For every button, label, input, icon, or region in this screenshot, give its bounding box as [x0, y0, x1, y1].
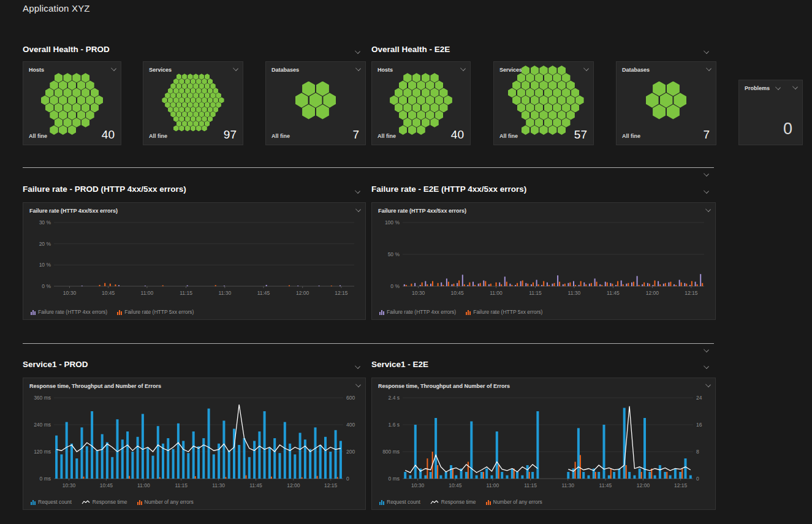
section-divider — [23, 343, 714, 344]
chevron-down-icon[interactable] — [775, 85, 781, 90]
failure-rate-e2e-chart-tile[interactable]: Failure rate (HTTP 4xx/5xx errors) 100 %… — [371, 202, 716, 320]
hexagon-health-indicator — [435, 110, 444, 120]
failure-rate-prod-chart-tile[interactable]: Failure rate (HTTP 4xx/5xx errors) 30 %2… — [23, 202, 366, 320]
svg-text:0 ms: 0 ms — [40, 476, 51, 482]
svg-text:11:30: 11:30 — [568, 290, 581, 296]
hexagon-health-indicator — [182, 102, 188, 108]
hexagon-health-indicator — [553, 118, 561, 127]
svg-text:10:45: 10:45 — [450, 290, 464, 296]
dashboard-title: Application XYZ — [23, 3, 90, 13]
chevron-down-icon[interactable] — [354, 48, 361, 54]
chart-legend: Request countResponse timeNumber of any … — [379, 499, 542, 505]
problems-tile[interactable]: Problems 0 — [738, 80, 803, 145]
hexagon-health-indicator — [205, 74, 210, 80]
hexagon-health-indicator — [193, 93, 199, 99]
legend-label: Number of any errors — [493, 499, 542, 505]
hexagon-health-indicator — [399, 80, 408, 90]
hexagon-health-indicator — [170, 112, 176, 118]
hexagon-health-indicator — [185, 78, 191, 85]
svg-text:11:30: 11:30 — [212, 482, 225, 488]
hexagon-health-indicator — [526, 88, 534, 98]
hexagon-health-indicator — [544, 88, 553, 98]
chevron-down-icon[interactable] — [703, 347, 710, 352]
svg-text:11:00: 11:00 — [137, 482, 150, 488]
hexagon-health-indicator — [179, 78, 184, 85]
hexagon-health-indicator — [535, 88, 544, 98]
hexagon-health-indicator — [188, 112, 193, 118]
hexagon-health-indicator — [185, 88, 191, 94]
hexagon-health-indicator — [208, 116, 213, 122]
chevron-down-icon[interactable] — [355, 207, 362, 212]
hexagon-health-indicator — [517, 103, 526, 113]
hexagon-health-indicator — [77, 96, 86, 105]
hexagon-health-indicator — [205, 93, 210, 99]
hexagon-health-indicator — [553, 103, 561, 113]
chevron-down-icon[interactable] — [705, 382, 711, 387]
legend-bars-icon — [137, 500, 142, 505]
chevron-down-icon[interactable] — [705, 207, 711, 212]
hexagon-health-indicator — [566, 110, 575, 120]
svg-text:50 %: 50 % — [388, 251, 400, 257]
chevron-down-icon[interactable] — [792, 84, 799, 89]
hexagon-health-indicator — [553, 88, 561, 98]
hexagon-health-indicator — [59, 110, 67, 120]
hexagon-health-indicator — [417, 125, 425, 135]
honeycomb-health-grid — [617, 70, 716, 130]
svg-text:0: 0 — [346, 476, 349, 482]
svg-text:11:30: 11:30 — [561, 482, 574, 488]
hexagon-health-indicator — [422, 103, 430, 113]
legend-label: Failure rate (HTTP 4xx errors) — [387, 309, 456, 315]
health-tile-services-prod[interactable]: Services All fine 97 — [143, 61, 243, 145]
chevron-down-icon[interactable] — [354, 363, 361, 369]
hexagon-health-indicator — [213, 97, 219, 104]
hexagon-health-indicator — [196, 97, 202, 104]
tile-count: 7 — [703, 128, 710, 142]
honeycomb-health-grid — [143, 70, 243, 130]
hexagon-health-indicator — [571, 103, 580, 113]
hexagon-health-indicator — [205, 102, 210, 108]
chevron-down-icon[interactable] — [355, 382, 362, 387]
hexagon-health-indicator — [91, 103, 99, 113]
health-tile-services-e2e[interactable]: Services All fine 57 — [493, 61, 594, 145]
hexagon-health-indicator — [417, 80, 425, 90]
svg-text:12:15: 12:15 — [324, 482, 338, 488]
hexagon-health-indicator — [309, 93, 322, 107]
hexagon-health-indicator — [202, 107, 207, 113]
hexagon-health-indicator — [193, 102, 199, 108]
health-tile-hosts-e2e[interactable]: Hosts All fine 40 — [371, 61, 471, 145]
service1-e2e-chart-tile[interactable]: Response time, Throughput and Number of … — [371, 378, 716, 510]
hexagon-health-indicator — [531, 66, 539, 75]
legend-line-icon — [430, 499, 439, 505]
chevron-down-icon[interactable] — [703, 48, 710, 54]
chevron-down-icon[interactable] — [703, 363, 710, 369]
tile-status: All fine — [499, 133, 518, 139]
chevron-down-icon[interactable] — [703, 171, 710, 177]
svg-text:16: 16 — [696, 422, 702, 428]
health-tile-hosts-prod[interactable]: Hosts All fine 40 — [23, 61, 121, 145]
legend-item: Failure rate (HTTP 4xx errors) — [31, 309, 107, 315]
health-tile-databases-e2e[interactable]: Databases All fine 7 — [616, 61, 716, 145]
legend-line-icon — [82, 499, 90, 505]
hexagon-health-indicator — [182, 74, 188, 80]
hexagon-health-indicator — [182, 112, 188, 118]
hexagon-health-indicator — [210, 102, 216, 108]
hexagon-health-indicator — [435, 96, 444, 105]
hexagon-health-indicator — [646, 93, 659, 107]
chevron-down-icon[interactable] — [703, 188, 710, 194]
chevron-down-icon[interactable] — [354, 188, 361, 194]
hexagon-health-indicator — [41, 96, 50, 105]
svg-text:0 %: 0 % — [390, 283, 400, 289]
hexagon-health-indicator — [674, 93, 686, 107]
svg-text:1.6 s: 1.6 s — [389, 422, 400, 428]
svg-text:11:45: 11:45 — [249, 482, 262, 488]
legend-bars-icon — [31, 310, 36, 315]
hexagon-health-indicator — [50, 80, 58, 90]
health-tile-databases-prod[interactable]: Databases All fine 7 — [265, 61, 366, 145]
hexagon-health-indicator — [72, 73, 81, 83]
hexagon-health-indicator — [202, 78, 207, 85]
hexagon-health-indicator — [82, 118, 90, 127]
service1-prod-chart-tile[interactable]: Response time, Throughput and Number of … — [23, 378, 366, 510]
hexagon-health-indicator — [165, 93, 170, 99]
chart-title: Response time, Throughput and Number of … — [378, 383, 510, 389]
hexagon-health-indicator — [531, 125, 539, 135]
